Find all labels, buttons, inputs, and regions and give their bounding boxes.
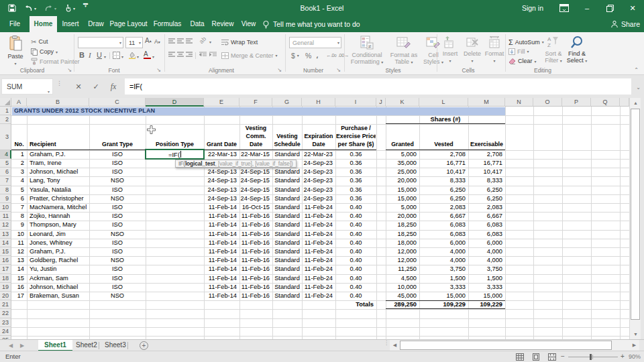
column-header-D[interactable]: D <box>146 98 204 107</box>
data-cell[interactable]: Standard <box>273 176 301 185</box>
row-header-1[interactable]: 1 <box>0 107 11 115</box>
number-format-combo[interactable]: General▾ <box>289 37 341 48</box>
data-cell[interactable]: 0.40 <box>336 292 376 300</box>
underline-dropdown-icon[interactable]: ▾ <box>104 54 106 59</box>
zoom-slider[interactable] <box>568 357 618 357</box>
totals-value-cell[interactable]: 109,229 <box>469 300 504 309</box>
header-cell-exercisable[interactable]: Exercisable <box>469 124 504 148</box>
data-cell[interactable]: Brakeman, Susan <box>28 292 89 300</box>
data-cell[interactable]: 11-Feb-16 <box>240 274 272 283</box>
data-cell[interactable]: 11-Feb-14 <box>205 292 239 300</box>
data-cell[interactable]: 11-Feb-14 <box>205 239 239 247</box>
zoom-slider-thumb[interactable] <box>590 354 592 360</box>
accounting-format-icon[interactable]: $▾ <box>291 52 299 60</box>
data-cell[interactable]: Jones, Whitney <box>28 239 89 247</box>
data-cell[interactable]: ISO <box>90 203 145 212</box>
data-cell[interactable]: Standard <box>273 274 301 283</box>
data-cell[interactable]: 0.36 <box>336 150 376 159</box>
data-cell[interactable]: Standard <box>273 186 301 194</box>
data-cell[interactable]: 9 <box>12 221 26 229</box>
header-cell-no-[interactable]: No. <box>12 124 26 148</box>
row-header-5[interactable]: 5 <box>0 159 11 168</box>
data-cell[interactable]: 4,000 <box>420 256 468 265</box>
row-header-17[interactable]: 17 <box>0 265 11 274</box>
totals-value-cell[interactable]: 289,250 <box>386 300 419 309</box>
data-cell[interactable]: Standard <box>273 283 301 292</box>
data-cell[interactable]: ISO <box>90 168 145 176</box>
row-header-12[interactable]: 12 <box>0 221 11 229</box>
data-cell[interactable]: 24-Sep-15 <box>240 176 272 185</box>
data-cell[interactable]: 0.40 <box>336 212 376 221</box>
data-cell[interactable]: 17 <box>12 292 26 300</box>
data-cell[interactable]: 11-Feb-16 <box>240 265 272 274</box>
ribbon-tab-insert[interactable]: Insert <box>57 16 84 32</box>
data-cell[interactable]: Graham, P.J. <box>28 247 89 256</box>
data-cell[interactable]: 6,000 <box>420 239 468 247</box>
totals-value-cell[interactable]: 109,229 <box>420 300 468 309</box>
data-cell[interactable]: 6,250 <box>469 194 504 203</box>
data-cell[interactable]: 11-Feb-14 <box>205 203 239 212</box>
collapse-ribbon-icon[interactable]: ⌃ <box>634 67 639 73</box>
data-cell[interactable]: Standard <box>273 292 301 300</box>
data-cell[interactable]: 11-Feb-24 <box>303 265 335 274</box>
tell-me-box[interactable]: Tell me what you want to do <box>262 16 360 32</box>
find-select-button[interactable]: Find &Select ▾ <box>566 36 588 64</box>
close-icon[interactable]: ✕ <box>621 0 644 16</box>
data-cell[interactable]: 24-Sep-23 <box>303 176 335 185</box>
fill-color-icon[interactable] <box>128 52 136 59</box>
data-cell[interactable]: 11-Feb-24 <box>303 239 335 247</box>
font-color-dropdown-icon[interactable]: ▾ <box>152 54 154 59</box>
data-cell[interactable]: Thompson, Mary <box>28 221 89 229</box>
paste-button[interactable]: Paste ▾ <box>3 36 28 67</box>
data-cell[interactable]: NSO <box>90 176 145 185</box>
data-cell[interactable]: 0.40 <box>336 247 376 256</box>
data-cell[interactable]: 0.40 <box>336 203 376 212</box>
decrease-indent-icon[interactable] <box>199 52 207 58</box>
row-header-16[interactable]: 16 <box>0 256 11 265</box>
column-header-N[interactable]: N <box>505 98 533 107</box>
data-cell[interactable]: Standard <box>273 221 301 229</box>
data-cell[interactable]: 0.40 <box>336 283 376 292</box>
data-cell[interactable]: 11-Feb-14 <box>205 274 239 283</box>
data-cell[interactable]: 8,333 <box>420 176 468 185</box>
column-header-r[interactable] <box>620 98 629 107</box>
data-cell[interactable]: 22-Mar-23 <box>303 150 335 159</box>
cancel-icon[interactable]: ✕ <box>70 78 87 95</box>
percent-style-icon[interactable]: % <box>305 52 311 60</box>
minimize-icon[interactable]: – <box>576 0 598 16</box>
data-cell[interactable]: 12,000 <box>386 256 419 265</box>
data-cell[interactable]: Standard <box>273 150 301 159</box>
scroll-right-icon[interactable]: ▶ <box>629 340 639 351</box>
data-cell[interactable]: 20,000 <box>386 212 419 221</box>
middle-align-icon[interactable] <box>177 38 184 44</box>
data-cell[interactable]: 0.40 <box>336 274 376 283</box>
data-cell[interactable]: ISO <box>90 186 145 194</box>
cut-button[interactable]: ✂Cut <box>31 38 48 46</box>
data-cell[interactable]: NSO <box>90 256 145 265</box>
data-cell[interactable]: Johnson, Michael <box>28 168 89 176</box>
vertical-scrollbar[interactable]: ▲ ▼ <box>629 98 641 339</box>
data-cell[interactable]: 18,250 <box>386 221 419 229</box>
header-cell-grant-type[interactable]: Grant Type <box>90 124 145 148</box>
data-cell[interactable]: 6,083 <box>420 230 468 239</box>
data-cell[interactable]: Standard <box>273 194 301 203</box>
top-align-icon[interactable] <box>168 38 175 44</box>
data-cell[interactable]: 12,000 <box>386 247 419 256</box>
format-cells-button[interactable]: Format ▾ <box>484 36 505 64</box>
data-cell[interactable]: 11-Feb-14 <box>205 221 239 229</box>
data-cell[interactable]: 1,500 <box>420 274 468 283</box>
data-cell[interactable]: 2,708 <box>469 150 504 159</box>
data-cell[interactable]: 0.36 <box>336 168 376 176</box>
data-cell[interactable]: 24-Sep-13 <box>205 194 239 203</box>
column-header-F[interactable]: F <box>239 98 272 107</box>
data-cell[interactable]: Goldberg, Rachel <box>28 256 89 265</box>
data-cell[interactable]: 24-Sep-13 <box>205 168 239 176</box>
data-cell[interactable]: 11-Feb-16 <box>240 283 272 292</box>
column-header-L[interactable]: L <box>419 98 468 107</box>
align-left-icon[interactable] <box>168 52 175 58</box>
data-cell[interactable]: 11-Feb-24 <box>303 292 335 300</box>
data-cell[interactable]: 2,083 <box>420 203 468 212</box>
data-cell[interactable]: 8,333 <box>469 176 504 185</box>
data-cell[interactable]: 11-Feb-24 <box>303 230 335 239</box>
data-cell[interactable]: 16,771 <box>420 159 468 168</box>
